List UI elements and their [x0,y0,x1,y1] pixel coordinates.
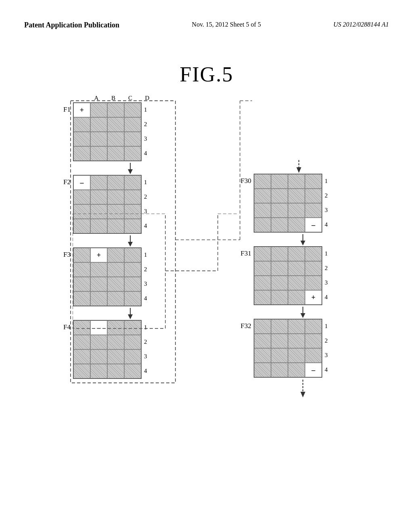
cell-r4c3-f31 [288,290,305,305]
cell-r3c3-f30 [288,203,305,218]
cell-r1c2-f31 [271,247,288,261]
cell-r3c2-f30 [271,203,288,218]
svg-rect-18 [73,214,165,328]
cell-r3c4-f31 [305,276,322,290]
cell-r4c2-f32 [271,363,288,377]
cell-r3c3-f32 [288,348,305,363]
header-left: Patent Application Publication [24,20,119,30]
cell-r3c1-f31 [254,276,271,290]
cell-r4c1-f32 [254,363,271,377]
row-label-4-f32: 4 [325,362,328,377]
cell-r4c4-f30: – [305,218,322,232]
cell-r2c3-f32 [288,334,305,348]
row-label-3-f30: 3 [325,203,328,217]
cell-r1c1-f30 [254,174,271,189]
cell-r2c1-f30 [254,189,271,203]
cell-r1c2-f32 [271,319,288,334]
cell-r1c3-f31 [288,247,305,261]
row-label-2-f31: 2 [325,261,328,275]
cell-r2c3-f31 [288,261,305,276]
svg-marker-17 [300,392,305,397]
dashed-arrow-out [278,378,328,399]
row-label-2-f32: 2 [325,333,328,348]
f32-grid-wrapper: – 1 2 3 4 [254,319,328,378]
row-label-1-f30: 1 [325,174,328,188]
cell-r2c1-f31 [254,261,271,276]
f30-label: F30 [236,174,251,185]
cell-r2c1-f32 [254,334,271,348]
patent-number: US 2012/0288144 A1 [334,21,389,28]
cell-r3c4-f30 [305,203,322,218]
cell-r3c1-f30 [254,203,271,218]
figure-title: FIG.5 [180,62,234,86]
f31-row-labels: 1 2 3 4 [325,246,328,304]
dashed-box-main [73,214,254,335]
row-label-3-f32: 3 [325,348,328,362]
header-center: Nov. 15, 2012 Sheet 5 of 5 [192,20,261,29]
f30-grid: – [254,174,322,233]
arrow-r1 [278,233,328,246]
patent-title: Patent Application Publication [24,21,119,29]
cell-r2c4-f30 [305,189,322,203]
cell-r1c4-f30 [305,174,322,189]
cell-r4c3-f30 [288,218,305,232]
header-right: US 2012/0288144 A1 [334,20,389,29]
f32-grid: – [254,319,322,378]
cell-r3c3-f31 [288,276,305,290]
f32-row-labels: 1 2 3 4 [325,319,328,377]
dashed-arrow-in [270,159,328,174]
cell-r2c2-f31 [271,261,288,276]
cell-r2c2-f30 [271,189,288,203]
page-header: Patent Application Publication Nov. 15, … [0,20,413,30]
cell-r1c3-f32 [288,319,305,334]
cell-r4c4-f32: – [305,363,322,377]
cell-r1c4-f32 [305,319,322,334]
cell-r1c3-f30 [288,174,305,189]
cell-r4c4-f31: + [305,290,322,305]
svg-marker-11 [296,167,301,173]
svg-marker-15 [300,313,305,318]
cell-r3c1-f32 [254,348,271,363]
row-label-1-f32: 1 [325,319,328,333]
cell-r4c1-f30 [254,218,271,232]
cell-r4c1-f31 [254,290,271,305]
row-label-4-f30: 4 [325,217,328,232]
row-label-4-f31: 4 [325,290,328,304]
cell-r3c4-f32 [305,348,322,363]
date-sheet: Nov. 15, 2012 Sheet 5 of 5 [192,21,261,28]
row-label-3-f31: 3 [325,275,328,290]
arrow-r2 [278,306,328,319]
row-label-1-f31: 1 [325,246,328,261]
cell-r3c2-f32 [271,348,288,363]
cell-r2c3-f30 [288,189,305,203]
row-label-2-f30: 2 [325,188,328,203]
f31-grid-wrapper: + 1 2 3 4 [254,246,328,305]
cell-r1c4-f31 [305,247,322,261]
cell-r2c4-f32 [305,334,322,348]
svg-marker-13 [300,241,305,245]
cell-r2c2-f32 [271,334,288,348]
cell-r1c1-f31 [254,247,271,261]
cell-r3c2-f31 [271,276,288,290]
cell-r1c1-f32 [254,319,271,334]
f30-grid-wrapper: – 1 2 3 4 [254,174,328,233]
cell-r4c2-f31 [271,290,288,305]
cell-r4c2-f30 [271,218,288,232]
cell-r2c4-f31 [305,261,322,276]
cell-r4c3-f32 [288,363,305,377]
f30-row-labels: 1 2 3 4 [325,174,328,232]
f31-grid: + [254,246,322,305]
cell-r1c2-f30 [271,174,288,189]
